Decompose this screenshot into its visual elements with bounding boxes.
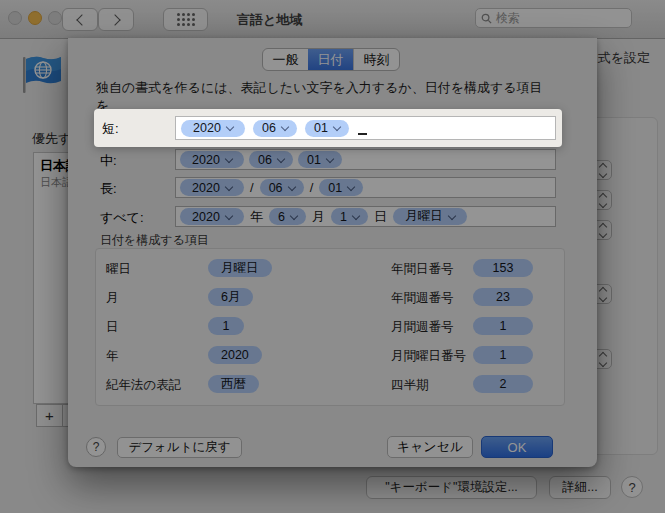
language-region-window: 優先する言語 日本語 日本語 + 式を設定 "キーボード"環境設定... 詳細.… (0, 0, 665, 513)
short-format-label: 短: (102, 120, 119, 138)
chevron-down-icon (281, 123, 289, 131)
chevron-down-icon (333, 123, 341, 131)
date-token-year[interactable]: 2020 (181, 120, 245, 137)
dim-overlay (0, 0, 665, 513)
short-format-highlight: 短: 2020 06 01 (94, 109, 562, 147)
text-insertion-cursor (358, 133, 367, 135)
chevron-down-icon (226, 123, 234, 131)
short-format-field[interactable]: 2020 06 01 (175, 116, 556, 140)
date-token-day[interactable]: 01 (305, 120, 349, 137)
date-token-month[interactable]: 06 (253, 120, 297, 137)
